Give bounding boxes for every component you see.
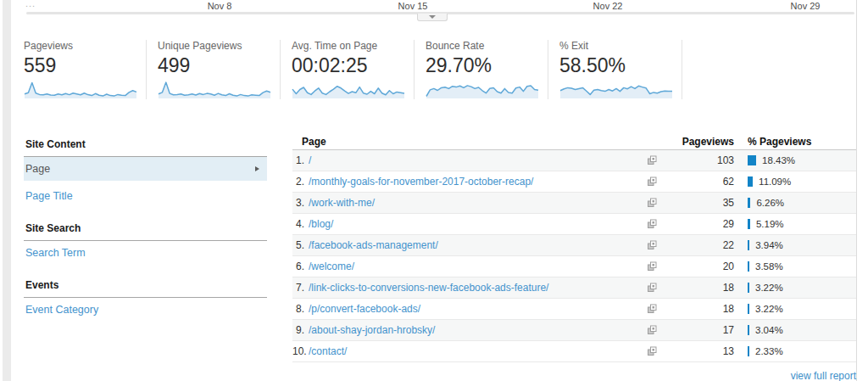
pct-pageviews-cell: 11.09% (734, 176, 856, 187)
open-in-new-window-icon (647, 283, 657, 293)
open-in-new-window-icon (647, 325, 657, 335)
metric-label: Avg. Time on Page (292, 40, 414, 52)
open-page-button[interactable] (643, 155, 661, 165)
pct-bar (748, 219, 750, 229)
metric-scorecard[interactable]: Pageviews559 (24, 40, 147, 99)
row-rank: 3. (292, 197, 304, 209)
pct-bar (748, 155, 756, 165)
pageviews-value: 62 (661, 176, 734, 188)
sidebar-section: Site ContentPagePage Title (24, 135, 267, 208)
metric-label: % Exit (559, 40, 682, 52)
table-row: 6./welcome/203.58% (292, 256, 856, 277)
page-link[interactable]: /monthly-goals-for-november-2017-october… (309, 176, 643, 188)
pct-value: 2.33% (755, 346, 783, 356)
pct-pageviews-cell: 3.22% (734, 283, 856, 293)
sidebar-section: Site SearchSearch Term (24, 219, 267, 265)
pct-bar (748, 240, 749, 250)
pageviews-value: 20 (661, 261, 734, 272)
page-link[interactable]: /blog/ (309, 218, 643, 230)
metric-value: 499 (158, 54, 280, 77)
open-in-new-window-icon (647, 198, 657, 208)
pageviews-value: 103 (661, 154, 734, 166)
row-rank: 4. (292, 218, 304, 230)
pct-bar (748, 283, 749, 293)
page-link[interactable]: /facebook-ads-management/ (309, 239, 643, 251)
table-header-row: Page Pageviews % Pageviews (292, 133, 856, 150)
open-page-button[interactable] (643, 176, 661, 187)
metric-scorecard[interactable]: Bounce Rate29.70% (415, 40, 548, 99)
open-page-button[interactable] (643, 325, 661, 335)
page-left-gutter (3, 0, 11, 381)
pct-bar (748, 176, 753, 187)
metric-scorecard[interactable]: Avg. Time on Page00:02:25 (281, 40, 415, 99)
metric-value: 00:02:25 (292, 54, 414, 77)
pct-bar (748, 198, 750, 208)
page-link[interactable]: /about-shay-jordan-hrobsky/ (309, 324, 643, 336)
metric-label: Unique Pageviews (158, 40, 280, 52)
row-rank: 1. (292, 154, 304, 166)
metric-sparkline (559, 79, 673, 99)
page-link[interactable]: /work-with-me/ (309, 197, 643, 209)
view-full-report-link[interactable]: view full report (791, 370, 856, 381)
column-header-pageviews[interactable]: Pageviews (570, 136, 734, 148)
row-rank: 7. (292, 282, 304, 294)
page-link[interactable]: /p/convert-facebook-ads/ (309, 303, 643, 315)
page-link[interactable]: / (309, 154, 643, 166)
chevron-down-icon (429, 15, 436, 19)
metric-scorecard[interactable]: % Exit58.50% (548, 40, 682, 99)
open-in-new-window-icon (647, 304, 657, 314)
table-row: 3./work-with-me/356.26% (292, 193, 856, 214)
report-sidebar: Site ContentPagePage TitleSite SearchSea… (24, 135, 267, 333)
open-page-button[interactable] (643, 198, 661, 208)
metric-value: 29.70% (426, 54, 548, 77)
column-header-page[interactable]: Page (292, 136, 570, 148)
page-link[interactable]: /contact/ (309, 345, 643, 357)
pct-pageviews-cell: 3.58% (734, 261, 856, 272)
sidebar-item-event-category[interactable]: Event Category (24, 298, 267, 322)
pct-value: 3.94% (755, 240, 783, 250)
pct-value: 3.04% (755, 325, 783, 335)
column-header-pct-pageviews[interactable]: % Pageviews (734, 136, 856, 148)
pct-value: 6.26% (756, 198, 784, 208)
open-page-button[interactable] (643, 346, 661, 356)
sidebar-item-search-term[interactable]: Search Term (24, 241, 267, 265)
sidebar-section-title: Events (24, 276, 267, 298)
open-page-button[interactable] (643, 261, 661, 272)
table-row: 5./facebook-ads-management/223.94% (292, 235, 856, 256)
table-row: 9./about-shay-jordan-hrobsky/173.04% (292, 320, 856, 341)
timeline-date-label: Nov 8 (208, 1, 232, 11)
row-rank: 9. (292, 324, 304, 336)
sidebar-item-page[interactable]: Page (24, 157, 267, 181)
open-in-new-window-icon (647, 219, 657, 229)
pct-value: 3.58% (755, 261, 783, 272)
content-right-border (856, 0, 857, 381)
pct-value: 5.19% (756, 219, 784, 229)
pageviews-value: 13 (661, 345, 734, 357)
page-link[interactable]: /welcome/ (309, 261, 643, 272)
table-footer: view full report (292, 362, 856, 381)
open-in-new-window-icon (647, 240, 657, 250)
open-page-button[interactable] (643, 219, 661, 229)
open-page-button[interactable] (643, 240, 661, 250)
metric-label: Pageviews (24, 40, 146, 52)
pct-pageviews-cell: 18.43% (734, 155, 856, 165)
pageviews-value: 29 (661, 218, 734, 230)
table-row: 4./blog/295.19% (292, 214, 856, 235)
metric-scorecard[interactable]: Unique Pageviews499 (147, 40, 281, 99)
page-link[interactable]: /link-clicks-to-conversions-new-facebook… (309, 282, 643, 294)
pages-report-table: Page Pageviews % Pageviews 1./10318.43%2… (292, 133, 856, 381)
open-page-button[interactable] (643, 283, 661, 293)
row-rank: 8. (292, 303, 304, 315)
timeline-date-label: Nov 22 (593, 1, 623, 11)
metric-sparkline (426, 79, 539, 99)
pct-pageviews-cell: 2.33% (734, 346, 856, 356)
metric-value: 58.50% (559, 54, 682, 77)
sidebar-item-page-title[interactable]: Page Title (24, 184, 267, 208)
row-rank: 6. (292, 261, 304, 272)
metric-label: Bounce Rate (426, 40, 548, 52)
timeline-collapse-button[interactable] (417, 14, 448, 21)
pct-pageviews-cell: 3.04% (734, 325, 856, 335)
open-page-button[interactable] (643, 304, 661, 314)
metric-sparkline (24, 79, 137, 99)
metric-scorecards: Pageviews559Unique Pageviews499Avg. Time… (24, 40, 682, 99)
